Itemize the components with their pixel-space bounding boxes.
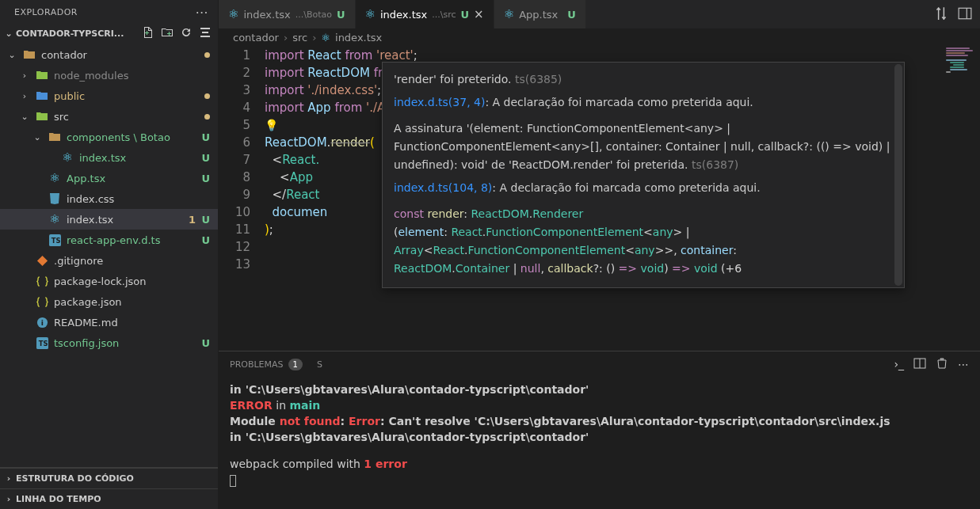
react-icon: ⚛	[48, 212, 62, 226]
react-icon: ⚛	[504, 7, 514, 21]
hover-tooltip: 'render' foi preterido. ts(6385) index.d…	[382, 62, 905, 288]
tree-item-label: tsconfig.json	[54, 337, 210, 349]
tree-item-label: .gitignore	[54, 255, 210, 267]
problems-badge: 1	[288, 359, 303, 370]
tree-item-label: App.tsx	[67, 173, 210, 184]
tree-item-label: components \ Botao	[67, 131, 210, 143]
outline-section[interactable]: ›ESTRUTURA DO CÓDIGO	[0, 468, 218, 488]
layout-icon[interactable]	[958, 6, 972, 23]
new-folder-icon[interactable]	[161, 26, 174, 41]
chevron-icon: ⌄	[6, 50, 17, 60]
chevron-icon: ⌄	[32, 132, 43, 142]
editor-tab[interactable]: ⚛App.tsxU	[494, 0, 586, 28]
tree-item-label: react-app-env.d.ts	[67, 234, 210, 246]
editor-area: ⚛index.tsx...\BotaoU⚛index.tsx...\srcU×⚛…	[219, 0, 980, 509]
tree-item[interactable]: ⚛index.tsx1U	[0, 209, 218, 230]
refresh-icon[interactable]	[180, 26, 193, 41]
chevron-icon: ›	[19, 91, 30, 101]
vcs-status: U	[201, 337, 210, 349]
bottom-panel: PROBLEMAS 1 S ›_ ⋯ in 'C:\Users\gbtavare…	[219, 351, 980, 509]
folder-icon	[35, 110, 49, 123]
terminal-cursor	[230, 475, 236, 487]
svg-text:TS: TS	[51, 237, 60, 245]
tree-item[interactable]: TStsconfig.jsonU	[0, 332, 218, 353]
tree-item[interactable]: ⚛App.tsxU	[0, 168, 218, 188]
tab-label: index.tsx	[243, 9, 290, 21]
vcs-status: U	[201, 214, 210, 226]
tree-item[interactable]: ⌄src	[0, 106, 218, 127]
project-name: CONTADOR-TYPSCRI...	[16, 28, 124, 39]
tree-item[interactable]: ⚛index.tsxU	[0, 147, 218, 168]
terminal-icon[interactable]: ›_	[894, 358, 904, 370]
ts-icon: TS	[35, 337, 49, 349]
tree-item[interactable]: ⌄contador	[0, 44, 218, 65]
more-icon[interactable]: ⋯	[958, 358, 969, 370]
tree-item[interactable]: ›public	[0, 85, 218, 106]
tab-vcs: U	[337, 9, 345, 21]
hover-link[interactable]: index.d.ts(37, 4)	[394, 96, 485, 108]
new-file-icon[interactable]	[142, 26, 154, 41]
folder-icon	[35, 89, 49, 102]
vcs-status: U	[201, 234, 210, 246]
svg-text:i: i	[40, 318, 43, 327]
react-icon: ⚛	[321, 32, 330, 44]
svg-rect-6	[959, 8, 971, 19]
code-editor[interactable]: 12345678910111213 import React from 'rea…	[219, 47, 980, 351]
file-tree: ⌄contador›node_modules›public⌄src⌄compon…	[0, 43, 218, 467]
readme-icon: i	[35, 317, 49, 329]
minimap[interactable]	[944, 47, 980, 110]
json-icon	[35, 275, 49, 287]
tree-item[interactable]: iREADME.md	[0, 312, 218, 332]
tab-suffix: ...\src	[432, 9, 456, 20]
scrollbar[interactable]	[894, 64, 902, 286]
tab-suffix: ...\Botao	[296, 9, 332, 20]
tree-item-label: src	[54, 111, 210, 123]
editor-tab[interactable]: ⚛index.tsx...\srcU×	[356, 0, 494, 28]
folder-icon	[22, 48, 36, 61]
tree-item-label: package.json	[54, 296, 210, 308]
tab-label: App.tsx	[519, 9, 558, 21]
tree-item[interactable]: .gitignore	[0, 250, 218, 271]
split-icon[interactable]	[913, 357, 926, 372]
folder-icon	[48, 131, 62, 143]
compare-icon[interactable]	[934, 6, 948, 23]
tree-item-label: public	[54, 90, 210, 102]
project-header[interactable]: ⌄ CONTADOR-TYPSCRI...	[0, 25, 218, 43]
collapse-icon[interactable]	[199, 26, 212, 41]
tab-problems[interactable]: PROBLEMAS 1	[230, 359, 303, 370]
problem-badge: 1	[189, 214, 196, 226]
tree-item-label: index.tsx	[79, 152, 210, 164]
tab-output[interactable]: S	[317, 359, 322, 370]
editor-tabs: ⚛index.tsx...\BotaoU⚛index.tsx...\srcU×⚛…	[219, 0, 980, 28]
tree-item[interactable]: package-lock.json	[0, 271, 218, 291]
tree-item[interactable]: package.json	[0, 291, 218, 312]
tree-item-label: README.md	[54, 317, 210, 329]
chevron-icon: ⌄	[19, 112, 30, 122]
terminal-output[interactable]: in 'C:\Users\gbtavares\Alura\contador-ty…	[219, 377, 980, 509]
editor-tab[interactable]: ⚛index.tsx...\BotaoU	[219, 0, 356, 28]
chevron-down-icon: ⌄	[3, 28, 14, 39]
close-icon[interactable]: ×	[474, 7, 484, 21]
chevron-icon: ›	[19, 70, 30, 81]
tree-item[interactable]: TSreact-app-env.d.tsU	[0, 230, 218, 250]
vcs-status: U	[201, 173, 210, 184]
tree-item[interactable]: ›node_modules	[0, 65, 218, 85]
trash-icon[interactable]	[936, 357, 948, 372]
code-content[interactable]: import React from 'react';import ReactDO…	[265, 47, 980, 351]
tree-item-label: node_modules	[54, 70, 210, 82]
tree-item-label: contador	[41, 49, 210, 61]
vcs-status: U	[201, 131, 210, 143]
tree-item-label: package-lock.json	[54, 275, 210, 287]
modified-dot	[204, 93, 210, 99]
line-numbers: 12345678910111213	[219, 47, 265, 351]
tree-item[interactable]: index.css	[0, 188, 218, 209]
react-icon: ⚛	[60, 150, 74, 165]
hover-link[interactable]: index.d.ts(104, 8)	[394, 181, 492, 194]
more-icon[interactable]: ⋯	[196, 5, 209, 20]
timeline-section[interactable]: ›LINHA DO TEMPO	[0, 488, 218, 509]
tree-item[interactable]: ⌄components \ BotaoU	[0, 127, 218, 147]
tab-vcs: U	[461, 9, 470, 21]
react-icon: ⚛	[48, 171, 62, 185]
breadcrumb[interactable]: contador› src› ⚛ index.tsx	[219, 28, 980, 47]
css-icon	[48, 192, 62, 205]
